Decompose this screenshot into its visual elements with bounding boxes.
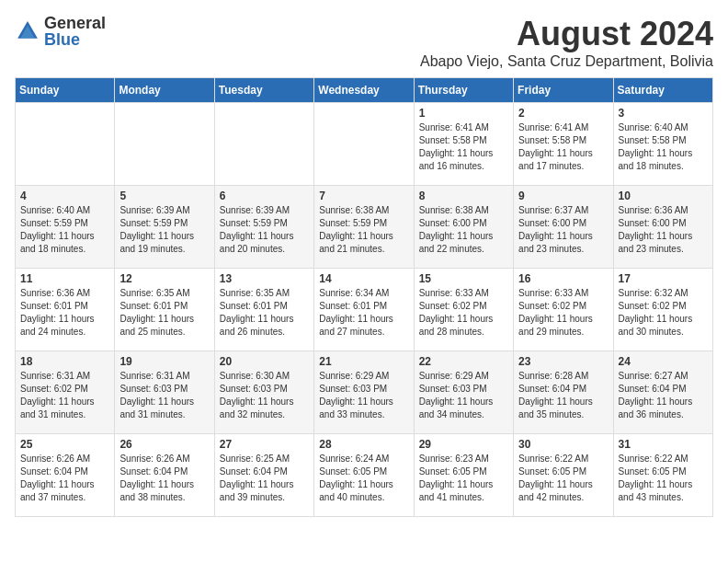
day-number: 7 <box>319 190 408 202</box>
cell-text: Sunrise: 6:26 AM <box>20 453 109 465</box>
cell-text: Sunrise: 6:30 AM <box>220 370 309 383</box>
cell-text: Daylight: 11 hours and 20 minutes. <box>220 230 309 256</box>
day-number: 4 <box>20 190 109 202</box>
day-number: 6 <box>220 190 309 202</box>
day-number: 26 <box>119 438 209 451</box>
cell-text: Sunrise: 6:40 AM <box>619 121 708 134</box>
cell-text: Sunset: 6:05 PM <box>518 465 608 478</box>
cell-text: Sunset: 6:04 PM <box>220 465 309 478</box>
day-cell: 19Sunrise: 6:31 AMSunset: 6:03 PMDayligh… <box>115 351 214 434</box>
cell-text: Sunset: 6:01 PM <box>20 300 109 313</box>
cell-text: Sunset: 5:59 PM <box>20 217 109 230</box>
day-cell: 26Sunrise: 6:26 AMSunset: 6:04 PMDayligh… <box>115 434 214 517</box>
day-number: 1 <box>419 107 508 120</box>
cell-text: Sunset: 6:03 PM <box>119 383 209 396</box>
day-cell: 16Sunrise: 6:33 AMSunset: 6:02 PMDayligh… <box>514 269 613 351</box>
calendar-body: 1Sunrise: 6:41 AMSunset: 5:58 PMDaylight… <box>16 103 713 517</box>
cell-text: Sunrise: 6:22 AM <box>518 453 608 465</box>
day-cell: 20Sunrise: 6:30 AMSunset: 6:03 PMDayligh… <box>214 351 313 434</box>
day-number: 9 <box>518 190 608 202</box>
cell-text: Sunrise: 6:31 AM <box>119 370 209 383</box>
cell-text: Daylight: 11 hours and 36 minutes. <box>619 396 708 421</box>
cell-text: Sunrise: 6:40 AM <box>20 204 109 217</box>
cell-text: Sunrise: 6:27 AM <box>619 370 708 383</box>
header-cell-thursday: Thursday <box>414 78 513 103</box>
cell-text: Daylight: 11 hours and 27 minutes. <box>319 313 408 339</box>
header-cell-saturday: Saturday <box>613 78 712 103</box>
day-cell: 18Sunrise: 6:31 AMSunset: 6:02 PMDayligh… <box>16 351 115 434</box>
day-cell: 3Sunrise: 6:40 AMSunset: 5:58 PMDaylight… <box>613 103 712 186</box>
cell-text: Sunset: 6:01 PM <box>220 300 309 313</box>
day-number: 11 <box>20 272 109 285</box>
cell-text: Sunset: 6:03 PM <box>419 383 508 396</box>
day-cell <box>214 103 313 186</box>
cell-text: Sunset: 6:04 PM <box>619 383 708 396</box>
cell-text: Sunset: 6:04 PM <box>518 383 608 396</box>
cell-text: Sunrise: 6:28 AM <box>518 370 608 383</box>
calendar-header: SundayMondayTuesdayWednesdayThursdayFrid… <box>16 78 713 103</box>
cell-text: Daylight: 11 hours and 43 minutes. <box>619 478 708 504</box>
header-row: SundayMondayTuesdayWednesdayThursdayFrid… <box>16 78 713 103</box>
day-number: 22 <box>419 355 508 368</box>
page-header: General Blue August 2024 Abapo Viejo, Sa… <box>15 15 713 70</box>
cell-text: Sunrise: 6:36 AM <box>20 287 109 300</box>
cell-text: Sunrise: 6:22 AM <box>619 453 708 465</box>
header-cell-sunday: Sunday <box>16 78 115 103</box>
day-cell: 6Sunrise: 6:39 AMSunset: 5:59 PMDaylight… <box>214 186 313 269</box>
cell-text: Daylight: 11 hours and 29 minutes. <box>518 313 608 339</box>
cell-text: Sunset: 6:05 PM <box>619 465 708 478</box>
header-cell-friday: Friday <box>514 78 613 103</box>
cell-text: Sunrise: 6:38 AM <box>419 204 508 217</box>
day-number: 3 <box>619 107 708 120</box>
cell-text: Sunset: 5:59 PM <box>220 217 309 230</box>
cell-text: Sunrise: 6:41 AM <box>518 121 608 134</box>
cell-text: Sunset: 5:59 PM <box>319 217 408 230</box>
day-cell: 14Sunrise: 6:34 AMSunset: 6:01 PMDayligh… <box>314 269 414 351</box>
day-number: 12 <box>119 272 209 285</box>
cell-text: Sunrise: 6:29 AM <box>319 370 408 383</box>
cell-text: Sunset: 5:58 PM <box>518 134 608 147</box>
day-cell <box>115 103 214 186</box>
day-cell: 21Sunrise: 6:29 AMSunset: 6:03 PMDayligh… <box>314 351 414 434</box>
logo: General Blue <box>15 15 106 48</box>
day-number: 30 <box>518 438 608 451</box>
cell-text: Daylight: 11 hours and 23 minutes. <box>619 230 708 256</box>
cell-text: Daylight: 11 hours and 40 minutes. <box>319 478 408 504</box>
day-cell: 7Sunrise: 6:38 AMSunset: 5:59 PMDaylight… <box>314 186 414 269</box>
logo-text: General Blue <box>44 15 106 48</box>
cell-text: Daylight: 11 hours and 26 minutes. <box>220 313 309 339</box>
day-cell: 4Sunrise: 6:40 AMSunset: 5:59 PMDaylight… <box>16 186 115 269</box>
day-number: 16 <box>518 272 608 285</box>
cell-text: Sunrise: 6:35 AM <box>119 287 209 300</box>
cell-text: Sunset: 5:58 PM <box>419 134 508 147</box>
cell-text: Sunrise: 6:33 AM <box>518 287 608 300</box>
day-cell: 31Sunrise: 6:22 AMSunset: 6:05 PMDayligh… <box>613 434 712 517</box>
cell-text: Sunrise: 6:25 AM <box>220 453 309 465</box>
cell-text: Daylight: 11 hours and 31 minutes. <box>119 396 209 421</box>
day-number: 2 <box>518 107 608 120</box>
cell-text: Daylight: 11 hours and 18 minutes. <box>20 230 109 256</box>
cell-text: Sunrise: 6:33 AM <box>419 287 508 300</box>
day-cell: 1Sunrise: 6:41 AMSunset: 5:58 PMDaylight… <box>414 103 513 186</box>
cell-text: Sunset: 6:03 PM <box>319 383 408 396</box>
cell-text: Sunset: 6:01 PM <box>319 300 408 313</box>
cell-text: Sunset: 6:00 PM <box>619 217 708 230</box>
header-cell-wednesday: Wednesday <box>314 78 414 103</box>
cell-text: Daylight: 11 hours and 19 minutes. <box>119 230 209 256</box>
cell-text: Sunset: 6:02 PM <box>20 383 109 396</box>
day-number: 5 <box>119 190 209 202</box>
day-number: 19 <box>119 355 209 368</box>
cell-text: Sunrise: 6:34 AM <box>319 287 408 300</box>
header-cell-tuesday: Tuesday <box>214 78 313 103</box>
cell-text: Sunset: 5:59 PM <box>119 217 209 230</box>
cell-text: Sunset: 6:04 PM <box>119 465 209 478</box>
day-cell: 24Sunrise: 6:27 AMSunset: 6:04 PMDayligh… <box>613 351 712 434</box>
cell-text: Sunrise: 6:35 AM <box>220 287 309 300</box>
cell-text: Daylight: 11 hours and 28 minutes. <box>419 313 508 339</box>
day-number: 21 <box>319 355 408 368</box>
day-number: 14 <box>319 272 408 285</box>
cell-text: Sunset: 6:02 PM <box>518 300 608 313</box>
day-cell: 5Sunrise: 6:39 AMSunset: 5:59 PMDaylight… <box>115 186 214 269</box>
logo-blue: Blue <box>44 31 106 48</box>
day-cell: 27Sunrise: 6:25 AMSunset: 6:04 PMDayligh… <box>214 434 313 517</box>
